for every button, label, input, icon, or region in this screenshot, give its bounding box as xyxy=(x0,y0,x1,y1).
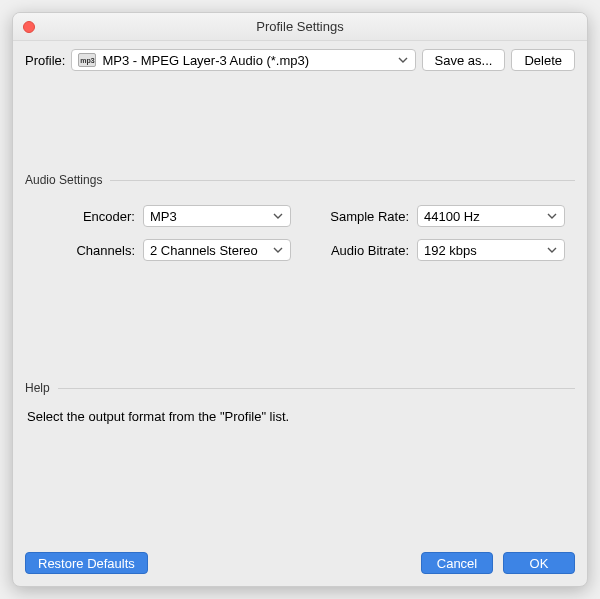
chevron-down-icon xyxy=(397,55,409,65)
window-title: Profile Settings xyxy=(256,19,343,34)
encoder-value: MP3 xyxy=(150,209,266,224)
divider xyxy=(110,180,575,181)
audio-settings-group: Audio Settings Encoder: MP3 Sample Rate:… xyxy=(25,173,575,261)
channels-label: Channels: xyxy=(25,243,135,258)
footer: Restore Defaults Cancel OK xyxy=(13,542,587,586)
divider xyxy=(58,388,575,389)
sample-rate-label: Sample Rate: xyxy=(299,209,409,224)
profile-settings-window: Profile Settings Profile: mp3 MP3 - MPEG… xyxy=(12,12,588,587)
close-icon[interactable] xyxy=(23,21,35,33)
ok-button[interactable]: OK xyxy=(503,552,575,574)
encoder-select[interactable]: MP3 xyxy=(143,205,291,227)
save-as-label: Save as... xyxy=(435,53,493,68)
sample-rate-select[interactable]: 44100 Hz xyxy=(417,205,565,227)
chevron-down-icon xyxy=(272,245,284,255)
chevron-down-icon xyxy=(546,211,558,221)
profile-select[interactable]: mp3 MP3 - MPEG Layer-3 Audio (*.mp3) xyxy=(71,49,415,71)
content-area: Profile: mp3 MP3 - MPEG Layer-3 Audio (*… xyxy=(13,41,587,542)
audio-bitrate-select[interactable]: 192 kbps xyxy=(417,239,565,261)
delete-button[interactable]: Delete xyxy=(511,49,575,71)
profile-row: Profile: mp3 MP3 - MPEG Layer-3 Audio (*… xyxy=(25,49,575,71)
restore-defaults-button[interactable]: Restore Defaults xyxy=(25,552,148,574)
titlebar: Profile Settings xyxy=(13,13,587,41)
help-legend: Help xyxy=(25,381,50,395)
audio-bitrate-value: 192 kbps xyxy=(424,243,540,258)
cancel-label: Cancel xyxy=(437,556,477,571)
chevron-down-icon xyxy=(546,245,558,255)
encoder-label: Encoder: xyxy=(25,209,135,224)
mp3-file-icon: mp3 xyxy=(78,53,96,67)
profile-select-value: MP3 - MPEG Layer-3 Audio (*.mp3) xyxy=(102,53,390,68)
channels-value: 2 Channels Stereo xyxy=(150,243,266,258)
delete-label: Delete xyxy=(524,53,562,68)
profile-label: Profile: xyxy=(25,53,65,68)
cancel-button[interactable]: Cancel xyxy=(421,552,493,574)
help-text: Select the output format from the "Profi… xyxy=(27,409,573,424)
restore-defaults-label: Restore Defaults xyxy=(38,556,135,571)
help-group: Help Select the output format from the "… xyxy=(25,381,575,424)
audio-bitrate-label: Audio Bitrate: xyxy=(299,243,409,258)
save-as-button[interactable]: Save as... xyxy=(422,49,506,71)
sample-rate-value: 44100 Hz xyxy=(424,209,540,224)
chevron-down-icon xyxy=(272,211,284,221)
ok-label: OK xyxy=(530,556,549,571)
channels-select[interactable]: 2 Channels Stereo xyxy=(143,239,291,261)
audio-settings-legend: Audio Settings xyxy=(25,173,102,187)
